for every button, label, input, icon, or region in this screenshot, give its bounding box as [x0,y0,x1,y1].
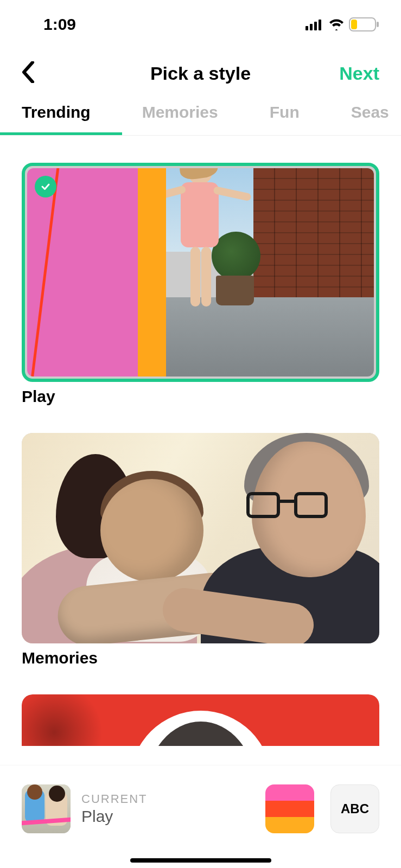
page-title: Pick a style [150,63,251,84]
swatch-color [265,817,314,833]
tabs: Trending Memories Fun Seas [0,98,401,136]
svg-rect-0 [305,26,308,30]
svg-rect-3 [319,20,321,30]
back-button[interactable] [22,61,35,85]
current-style-info: CURRENT Play [81,792,265,826]
current-label: CURRENT [81,792,265,806]
next-button[interactable]: Next [339,63,379,84]
swatch-color [265,801,314,817]
wifi-icon [328,18,345,30]
tab-indicator [0,132,122,136]
status-icons [305,17,379,31]
battery-icon [349,17,379,31]
svg-rect-2 [314,22,317,30]
tab-fun[interactable]: Fun [270,98,300,135]
svg-rect-5 [377,22,379,27]
style-card-memories[interactable]: Memories [22,433,379,667]
color-swatch-button[interactable] [265,784,314,833]
home-indicator[interactable] [130,858,271,863]
style-card-partial[interactable] [22,694,379,746]
font-button[interactable]: ABC [330,784,379,833]
bottom-bar: CURRENT Play ABC [0,765,401,852]
svg-rect-6 [351,20,357,29]
selected-badge [35,176,56,197]
status-time: 1:09 [43,15,76,34]
status-bar: 1:09 [0,0,401,49]
chevron-left-icon [22,61,35,83]
style-label: Play [22,387,379,406]
tab-memories[interactable]: Memories [142,98,218,135]
style-card-play[interactable]: Play [22,163,379,406]
svg-rect-1 [310,24,313,30]
current-style-thumbnail[interactable] [22,784,71,833]
style-thumbnail [22,433,379,643]
current-style-name: Play [81,807,265,826]
tab-trending[interactable]: Trending [22,98,91,135]
swatch-color [265,784,314,801]
style-thumbnail [27,168,374,376]
style-list[interactable]: Play [0,136,401,765]
style-label: Memories [22,649,379,667]
check-icon [40,181,51,192]
style-thumbnail [22,694,379,746]
cellular-icon [305,18,324,30]
nav-bar: Pick a style Next [0,49,401,98]
tab-seasonal[interactable]: Seas [351,98,389,135]
